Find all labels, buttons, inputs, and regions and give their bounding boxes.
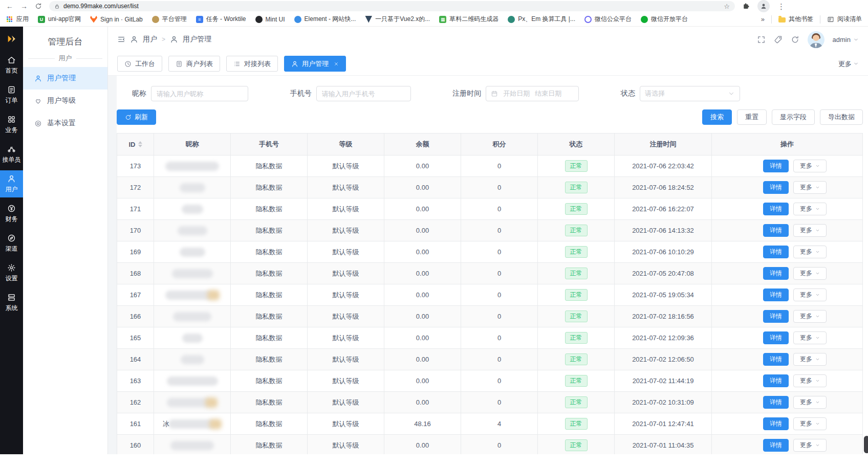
collapse-sidebar-icon[interactable] xyxy=(117,35,125,43)
export-data-button[interactable]: 导出数据 xyxy=(820,109,863,125)
bookmark-item[interactable]: 平台管理 xyxy=(152,15,187,24)
date-range-input[interactable]: 开始日期 结束日期 xyxy=(486,86,579,101)
app-logo-icon[interactable] xyxy=(6,33,17,45)
rail-item-finance[interactable]: 财务 xyxy=(0,200,23,227)
more-button[interactable]: 更多 xyxy=(793,331,827,344)
more-button[interactable]: 更多 xyxy=(793,396,827,409)
breadcrumb-item[interactable]: 用户管理 xyxy=(183,35,211,44)
rail-item-apps[interactable]: 业务 xyxy=(0,111,23,138)
page-scrollbar-thumb[interactable] xyxy=(864,436,868,453)
more-button[interactable]: 更多 xyxy=(793,181,827,194)
more-button[interactable]: 更多 xyxy=(793,160,827,172)
show-fields-button[interactable]: 显示字段 xyxy=(772,109,815,125)
reset-button[interactable]: 重置 xyxy=(737,109,767,125)
rail-item-system[interactable]: 系统 xyxy=(0,289,23,316)
bookmark-item[interactable]: U uni-app官网 xyxy=(38,15,81,24)
table-row: 170 隐私数据 默认等级 0.00 0 正常 2021-07-06 14:13… xyxy=(117,220,862,241)
theme-icon[interactable] xyxy=(774,35,783,44)
sort-icon[interactable] xyxy=(138,141,142,147)
extensions-icon[interactable] xyxy=(742,3,750,10)
detail-button[interactable]: 详情 xyxy=(763,246,789,258)
detail-button[interactable]: 详情 xyxy=(763,417,789,430)
user-menu[interactable]: admin xyxy=(833,36,859,43)
more-button[interactable]: 更多 xyxy=(793,289,827,301)
nickname-input[interactable] xyxy=(151,86,248,101)
close-icon[interactable] xyxy=(334,61,339,66)
detail-button[interactable]: 详情 xyxy=(763,331,789,344)
bookmark-star-icon[interactable]: ☆ xyxy=(724,3,730,10)
more-button[interactable]: 更多 xyxy=(793,439,827,452)
fullscreen-icon[interactable] xyxy=(757,35,766,44)
tab-merchant[interactable]: 商户列表 xyxy=(168,56,220,72)
tabs-more-button[interactable]: 更多 xyxy=(838,59,859,69)
search-button[interactable]: 搜索 xyxy=(702,109,732,125)
phone-input[interactable] xyxy=(316,86,411,101)
detail-button[interactable]: 详情 xyxy=(763,396,789,409)
other-bookmarks-button[interactable]: 其他书签 xyxy=(778,15,813,24)
bookmark-item[interactable]: 微信公众平台 xyxy=(584,15,632,24)
more-button[interactable]: 更多 xyxy=(793,203,827,215)
more-button[interactable]: 更多 xyxy=(793,353,827,366)
detail-button[interactable]: 详情 xyxy=(763,181,789,194)
bookmark-item[interactable]: ≡ 任务 - Worktile xyxy=(196,15,246,24)
more-button[interactable]: 更多 xyxy=(793,224,827,237)
status-badge: 正常 xyxy=(565,289,588,300)
sidebar-item-config[interactable]: 基本设置 xyxy=(23,112,107,135)
settings-icon xyxy=(7,263,16,272)
breadcrumb-item[interactable]: 用户 xyxy=(143,35,157,44)
rail-item-user[interactable]: 用户 xyxy=(0,170,23,197)
detail-button[interactable]: 详情 xyxy=(763,224,789,237)
refresh-page-icon[interactable] xyxy=(791,35,799,44)
url-text[interactable]: demo.99make.com/user/list xyxy=(63,3,720,10)
status-select[interactable]: 请选择 xyxy=(640,86,740,101)
more-button[interactable]: 更多 xyxy=(793,374,827,387)
browser-forward-button[interactable]: → xyxy=(20,3,28,10)
reading-list-button[interactable]: 阅读清单 xyxy=(827,15,862,24)
detail-button[interactable]: 详情 xyxy=(763,203,789,215)
browser-menu-icon[interactable]: ⋮ xyxy=(777,3,785,10)
browser-back-button[interactable]: ← xyxy=(6,3,13,10)
rail-item-settings[interactable]: 设置 xyxy=(0,259,23,286)
cell-regtime: 2021-07-05 19:05:34 xyxy=(615,284,712,305)
bookmark-item[interactable]: 一只基于Vue2.x的... xyxy=(365,15,430,24)
col-header-status: 状态 xyxy=(538,134,615,155)
sidebar-item-user[interactable]: 用户管理 xyxy=(23,67,107,90)
bookmark-item[interactable]: 应用 xyxy=(6,15,29,24)
detail-button[interactable]: 详情 xyxy=(763,310,789,323)
status-badge: 正常 xyxy=(565,225,588,236)
table-row: 173 隐私数据 默认等级 0.00 0 正常 2021-07-06 22:03… xyxy=(117,156,862,177)
omnibox[interactable]: demo.99make.com/user/list ☆ xyxy=(49,1,735,11)
detail-button[interactable]: 详情 xyxy=(763,353,789,366)
tab-clock[interactable]: 工作台 xyxy=(117,56,162,72)
sidebar-item-level[interactable]: 用户等级 xyxy=(23,90,107,112)
more-button[interactable]: 更多 xyxy=(793,267,827,280)
detail-button[interactable]: 详情 xyxy=(763,439,789,452)
detail-button[interactable]: 详情 xyxy=(763,160,789,172)
bookmark-item[interactable]: 微信开放平台 xyxy=(641,15,688,24)
user-avatar[interactable] xyxy=(808,31,824,48)
more-button[interactable]: 更多 xyxy=(793,246,827,258)
bookmark-item[interactable]: Px、Em 换算工具 |... xyxy=(508,15,575,24)
rail-item-order[interactable]: 订单 xyxy=(0,81,23,108)
detail-button[interactable]: 详情 xyxy=(763,374,789,387)
rail-item-courier[interactable]: 接单员 xyxy=(0,141,23,168)
tab-user[interactable]: 用户管理 xyxy=(284,56,346,72)
bookmark-item[interactable]: Sign in · GitLab xyxy=(90,16,143,23)
browser-profile-avatar[interactable] xyxy=(757,0,770,12)
more-button[interactable]: 更多 xyxy=(793,417,827,430)
bookmark-item[interactable]: ▦ 草料二维码生成器 xyxy=(439,15,498,24)
bookmark-item[interactable]: Element - 网站快... xyxy=(294,15,356,24)
bookmarks-overflow-chevron[interactable]: » xyxy=(761,15,765,23)
detail-button[interactable]: 详情 xyxy=(763,289,789,301)
rail-item-channel[interactable]: 渠道 xyxy=(0,230,23,257)
rail-item-home[interactable]: 首页 xyxy=(0,52,23,79)
table-row: 167 隐私数据 默认等级 0.00 0 正常 2021-07-05 19:05… xyxy=(117,284,862,306)
browser-reload-button[interactable] xyxy=(35,3,42,10)
refresh-button[interactable]: 刷新 xyxy=(117,109,156,125)
more-button[interactable]: 更多 xyxy=(793,310,827,323)
tab-listicon[interactable]: 对接列表 xyxy=(226,56,278,72)
sidebar-item-label: 用户管理 xyxy=(47,74,76,83)
col-header-id[interactable]: ID xyxy=(117,134,154,155)
detail-button[interactable]: 详情 xyxy=(763,267,789,280)
bookmark-item[interactable]: Mint UI xyxy=(255,16,285,23)
